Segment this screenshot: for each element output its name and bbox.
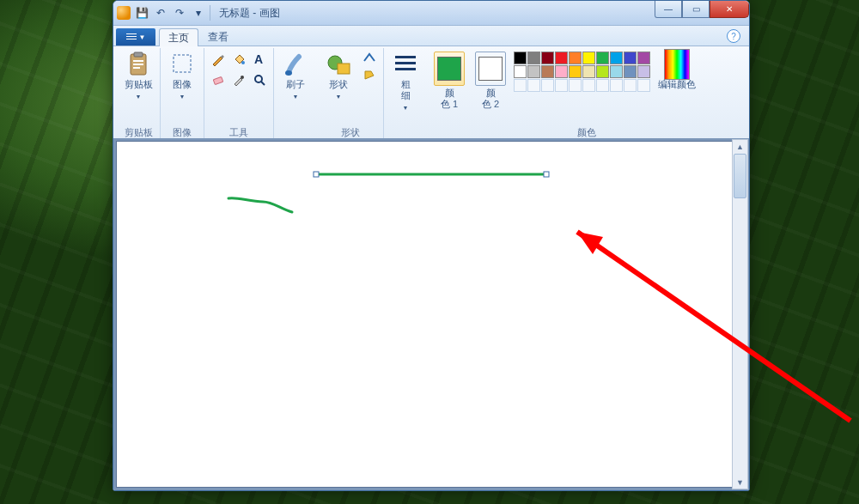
palette-color[interactable] [582, 79, 595, 92]
group-shapes: 形状▼ 形状 [317, 48, 384, 140]
palette-color[interactable] [541, 79, 554, 92]
app-icon [117, 6, 131, 20]
group-tools: A 工具 [204, 48, 274, 140]
palette-color[interactable] [569, 52, 582, 64]
group-size: 粗 细▼ [384, 48, 427, 140]
svg-point-12 [285, 70, 292, 76]
desktop-background: 💾 ↶ ↷ ▾ 无标题 - 画图 — ▭ ✕ ▼ 主页 查看 ? [0, 0, 859, 504]
group-image: 图像▼ 图像 [161, 48, 204, 140]
palette-color[interactable] [610, 79, 623, 92]
qat-customize-button[interactable]: ▾ [191, 5, 206, 21]
color1-swatch [437, 57, 461, 81]
qat-save-button[interactable]: 💾 [134, 5, 149, 21]
vertical-scrollbar[interactable]: ▲ ▼ [732, 139, 748, 489]
palette-color[interactable] [569, 79, 582, 92]
magnifier-tool[interactable] [250, 70, 269, 89]
scroll-thumb[interactable] [734, 154, 746, 198]
shapes-icon [326, 52, 351, 77]
palette-color[interactable] [514, 79, 527, 92]
work-area: ▲ ▼ [113, 138, 749, 490]
minimize-button[interactable]: — [655, 0, 682, 18]
ribbon: 剪贴板▼ 剪贴板 图像▼ 图像 [113, 46, 749, 141]
help-button[interactable]: ? [727, 29, 740, 43]
palette-color[interactable] [637, 79, 650, 92]
color2-label: 颜 色 2 [482, 88, 499, 110]
palette-color[interactable] [637, 65, 650, 78]
palette-color[interactable] [527, 65, 540, 78]
palette-color[interactable] [610, 65, 623, 78]
color-picker-tool[interactable] [229, 70, 248, 89]
palette-color[interactable] [514, 65, 527, 78]
qat-undo-button[interactable]: ↶ [153, 5, 168, 21]
svg-rect-5 [174, 55, 191, 72]
text-tool[interactable]: A [250, 50, 269, 69]
pencil-tool[interactable] [209, 50, 228, 69]
palette-color[interactable] [596, 52, 609, 64]
size-button[interactable]: 粗 细▼ [388, 50, 423, 115]
select-button[interactable]: 图像▼ [165, 50, 199, 104]
palette-color[interactable] [610, 52, 623, 64]
svg-rect-14 [338, 64, 350, 74]
close-button[interactable]: ✕ [710, 0, 749, 18]
palette-color[interactable] [582, 65, 595, 78]
edit-colors-button[interactable]: 编辑颜色 [655, 50, 698, 92]
shape-outline-button[interactable] [360, 50, 379, 65]
palette-color[interactable] [637, 52, 650, 64]
file-menu-icon [126, 33, 137, 40]
palette-color[interactable] [527, 79, 540, 92]
window-title: 无标题 - 画图 [219, 6, 280, 21]
palette-color[interactable] [624, 79, 637, 92]
brush-icon [283, 52, 308, 77]
palette-color[interactable] [555, 52, 568, 64]
palette-color[interactable] [555, 65, 568, 78]
palette-color[interactable] [555, 79, 568, 92]
palette-color[interactable] [569, 65, 582, 78]
palette-color[interactable] [596, 79, 609, 92]
chevron-down-icon: ▼ [293, 94, 299, 100]
shape-fill-button[interactable] [360, 67, 379, 82]
shapes-button[interactable]: 形状▼ [321, 50, 356, 104]
color2-button[interactable]: 颜 色 2 [472, 50, 509, 112]
palette-color[interactable] [624, 65, 637, 78]
palette-color[interactable] [624, 52, 637, 64]
canvas-content [117, 142, 732, 487]
size-label: 粗 细 [401, 79, 411, 100]
scroll-down-icon[interactable]: ▼ [733, 476, 747, 489]
svg-rect-4 [133, 67, 140, 69]
qat-redo-button[interactable]: ↷ [172, 5, 187, 21]
edit-colors-icon [664, 49, 690, 80]
group-brush: 刷子▼ [274, 48, 317, 140]
scroll-up-icon[interactable]: ▲ [733, 140, 747, 153]
brush-button[interactable]: 刷子▼ [278, 50, 313, 104]
edit-colors-label: 编辑颜色 [658, 79, 696, 90]
chevron-down-icon: ▼ [180, 94, 186, 100]
palette-color[interactable] [514, 52, 527, 64]
svg-point-10 [255, 76, 262, 82]
svg-rect-16 [314, 172, 319, 177]
palette-color[interactable] [541, 65, 554, 78]
qat-separator [210, 5, 210, 21]
paste-button[interactable]: 剪贴板▼ [121, 50, 155, 104]
group-colors: 颜 色 1 颜 色 2 编辑颜色 颜色 [427, 48, 746, 140]
svg-line-11 [261, 82, 265, 85]
group-clipboard: 剪贴板▼ 剪贴板 [117, 48, 161, 140]
svg-rect-2 [133, 60, 143, 62]
title-bar[interactable]: 💾 ↶ ↷ ▾ 无标题 - 画图 — ▭ ✕ [113, 1, 749, 26]
tab-home[interactable]: 主页 [159, 28, 198, 46]
color2-swatch [478, 57, 503, 81]
maximize-button[interactable]: ▭ [682, 0, 710, 18]
svg-point-6 [241, 61, 245, 64]
size-icon [393, 52, 418, 77]
select-label: 图像 [173, 79, 192, 89]
palette-color[interactable] [582, 52, 595, 64]
palette-color[interactable] [527, 52, 540, 64]
eraser-tool[interactable] [209, 70, 228, 89]
color1-button[interactable]: 颜 色 1 [431, 50, 467, 112]
fill-tool[interactable] [229, 50, 248, 69]
color1-label: 颜 色 1 [441, 88, 458, 110]
palette-color[interactable] [596, 65, 609, 78]
palette-color[interactable] [541, 52, 554, 64]
file-menu-button[interactable]: ▼ [116, 28, 155, 46]
canvas[interactable] [117, 142, 732, 487]
tab-view[interactable]: 查看 [198, 27, 238, 46]
